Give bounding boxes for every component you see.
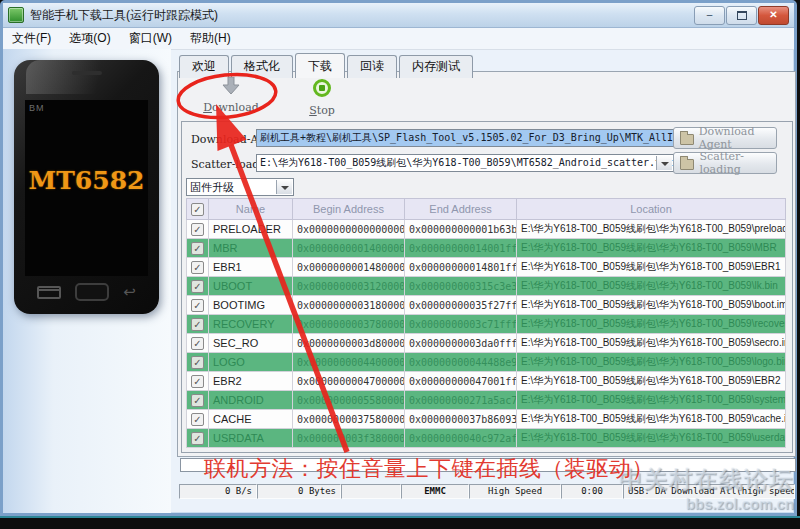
table-row[interactable]: ✓LOGO0x00000000044000000x00000000044488e… bbox=[187, 353, 786, 372]
app-window: 智能手机下载工具(运行时跟踪模式) – ✕ 文件(F) 选项(O) 窗口(W) … bbox=[0, 0, 797, 516]
row-checkbox[interactable]: ✓ bbox=[191, 413, 204, 426]
row-checkbox[interactable]: ✓ bbox=[191, 280, 204, 293]
col-name[interactable]: Name bbox=[209, 199, 293, 220]
end-address: 0x000000000315c3e3 bbox=[405, 277, 517, 296]
col-end-address[interactable]: End Address bbox=[405, 199, 517, 220]
row-checkbox[interactable]: ✓ bbox=[191, 356, 204, 369]
row-checkbox-cell: ✓ bbox=[187, 429, 209, 448]
partition-name: USRDATA bbox=[209, 429, 293, 448]
table-row[interactable]: ✓CACHE0x00000000375800000x0000000037b860… bbox=[187, 410, 786, 429]
download-agent-browse-button[interactable]: Download Agent bbox=[673, 127, 777, 149]
download-button-label: Download bbox=[200, 101, 262, 114]
tab-format[interactable]: 格式化 bbox=[231, 55, 293, 78]
row-checkbox-cell: ✓ bbox=[187, 239, 209, 258]
row-checkbox[interactable]: ✓ bbox=[191, 375, 204, 388]
begin-address: 0x0000000001400000 bbox=[293, 239, 405, 258]
partition-location: E:\华为Y618-T00_B059线刷包\华为Y618-T00_B059\sy… bbox=[517, 391, 786, 410]
table-row[interactable]: ✓ANDROID0x00000000055800000x00000000271a… bbox=[187, 391, 786, 410]
phone-back-icon: ↩ bbox=[123, 285, 136, 299]
table-row[interactable]: ✓RECOVERY0x00000000037800000x0000000003c… bbox=[187, 315, 786, 334]
title-bar[interactable]: 智能手机下载工具(运行时跟踪模式) – ✕ bbox=[3, 3, 794, 28]
table-row[interactable]: ✓USRDATA0x000000003f3800000x0000000040c9… bbox=[187, 429, 786, 448]
minimize-icon: – bbox=[707, 9, 713, 20]
tab-memory-test[interactable]: 内存测试 bbox=[399, 55, 473, 78]
tab-download[interactable]: 下载 bbox=[295, 53, 345, 78]
row-checkbox[interactable]: ✓ bbox=[191, 261, 204, 274]
col-location[interactable]: Location bbox=[517, 199, 786, 220]
table-row[interactable]: ✓BOOTIMG0x00000000031800000x00000000035f… bbox=[187, 296, 786, 315]
menu-options[interactable]: 选项(O) bbox=[60, 28, 119, 49]
minimize-button[interactable]: – bbox=[694, 6, 725, 25]
partition-location: E:\华为Y618-T00_B059线刷包\华为Y618-T00_B059\lo… bbox=[517, 353, 786, 372]
status-bar: 0 B/s 0 Bytes EMMC High Speed 0:00 USB: … bbox=[179, 484, 795, 499]
end-address: 0x0000000003da0fff bbox=[405, 334, 517, 353]
begin-address: 0x0000000000000000 bbox=[293, 220, 405, 239]
begin-address: 0x0000000003d80000 bbox=[293, 334, 405, 353]
row-checkbox[interactable]: ✓ bbox=[191, 337, 204, 350]
scatter-file-field[interactable]: E:\华为Y618-T00_B059线刷包\华为Y618-T00_B059\MT… bbox=[256, 154, 674, 172]
partition-name: SEC_RO bbox=[209, 334, 293, 353]
phone-speaker bbox=[72, 71, 102, 75]
table-row[interactable]: ✓SEC_RO0x0000000003d800000x0000000003da0… bbox=[187, 334, 786, 353]
annotation-text: 联机方法：按住音量上下键在插线（装驱动） bbox=[204, 454, 654, 484]
table-row[interactable]: ✓PRELOADER0x00000000000000000x0000000000… bbox=[187, 220, 786, 239]
end-address: 0x0000000003c71fff bbox=[405, 315, 517, 334]
partition-name: LOGO bbox=[209, 353, 293, 372]
partition-location: E:\华为Y618-T00_B059线刷包\华为Y618-T00_B059\se… bbox=[517, 334, 786, 353]
end-address: 0x00000000035f27ff bbox=[405, 296, 517, 315]
row-checkbox-cell: ✓ bbox=[187, 353, 209, 372]
partition-name: UBOOT bbox=[209, 277, 293, 296]
row-checkbox-cell: ✓ bbox=[187, 391, 209, 410]
partition-name: ANDROID bbox=[209, 391, 293, 410]
status-storage-type: EMMC bbox=[401, 484, 469, 499]
row-checkbox[interactable]: ✓ bbox=[191, 242, 204, 255]
row-checkbox[interactable]: ✓ bbox=[191, 318, 204, 331]
row-checkbox[interactable]: ✓ bbox=[191, 299, 204, 312]
partition-location: E:\华为Y618-T00_B059线刷包\华为Y618-T00_B059\bo… bbox=[517, 296, 786, 315]
begin-address: 0x0000000004400000 bbox=[293, 353, 405, 372]
status-bytes: 0 Bytes bbox=[257, 484, 341, 499]
download-button[interactable]: Download bbox=[200, 77, 262, 117]
tab-readback[interactable]: 回读 bbox=[347, 55, 397, 78]
row-checkbox-cell: ✓ bbox=[187, 372, 209, 391]
status-elapsed-time: 0:00 bbox=[561, 484, 623, 499]
menu-bar: 文件(F) 选项(O) 窗口(W) 帮助(H) bbox=[3, 28, 794, 50]
scatter-browse-label: Scatter-loading bbox=[699, 150, 776, 176]
tab-welcome[interactable]: 欢迎 bbox=[179, 55, 229, 78]
table-row[interactable]: ✓MBR0x00000000014000000x00000000014001ff… bbox=[187, 239, 786, 258]
phone-menu-icon bbox=[37, 286, 61, 299]
table-row[interactable]: ✓EBR10x00000000014800000x00000000014801f… bbox=[187, 258, 786, 277]
row-checkbox-cell: ✓ bbox=[187, 220, 209, 239]
download-agent-browse-label: Download Agent bbox=[699, 125, 776, 151]
row-checkbox[interactable]: ✓ bbox=[191, 223, 204, 236]
select-all-checkbox[interactable]: ✓ bbox=[191, 203, 204, 216]
col-begin-address[interactable]: Begin Address bbox=[293, 199, 405, 220]
scatter-browse-button[interactable]: Scatter-loading bbox=[673, 152, 777, 174]
begin-address: 0x0000000001480000 bbox=[293, 258, 405, 277]
maximize-button[interactable] bbox=[726, 6, 757, 25]
screenshot-stage: 智能手机下载工具(运行时跟踪模式) – ✕ 文件(F) 选项(O) 窗口(W) … bbox=[0, 0, 800, 529]
table-row[interactable]: ✓EBR20x00000000047000000x00000000047001f… bbox=[187, 372, 786, 391]
partition-location: E:\华为Y618-T00_B059线刷包\华为Y618-T00_B059\pr… bbox=[517, 220, 786, 239]
end-address: 0x000000000001b63b bbox=[405, 220, 517, 239]
partition-table-body: ✓PRELOADER0x00000000000000000x0000000000… bbox=[187, 220, 786, 448]
menu-window[interactable]: 窗口(W) bbox=[120, 28, 181, 49]
close-button[interactable]: ✕ bbox=[758, 6, 789, 25]
status-speed: 0 B/s bbox=[179, 484, 257, 499]
menu-file[interactable]: 文件(F) bbox=[3, 28, 60, 49]
end-address: 0x00000000014001ff bbox=[405, 239, 517, 258]
end-address: 0x00000000044488e9 bbox=[405, 353, 517, 372]
partition-name: EBR2 bbox=[209, 372, 293, 391]
download-agent-field[interactable]: 刷机工具+教程\刷机工具\SP_Flash_Tool_v5.1505.02_Fo… bbox=[256, 129, 674, 147]
row-checkbox-cell: ✓ bbox=[187, 334, 209, 353]
table-row[interactable]: ✓UBOOT0x00000000031200000x000000000315c3… bbox=[187, 277, 786, 296]
mode-dropdown-icon[interactable] bbox=[276, 180, 292, 194]
partition-location: E:\华为Y618-T00_B059线刷包\华为Y618-T00_B059\EB… bbox=[517, 258, 786, 277]
stop-button[interactable]: Stop bbox=[291, 77, 353, 117]
scatter-dropdown-icon[interactable] bbox=[656, 156, 672, 170]
menu-help[interactable]: 帮助(H) bbox=[181, 28, 240, 49]
row-checkbox[interactable]: ✓ bbox=[191, 432, 204, 445]
download-mode-select[interactable]: 固件升级 bbox=[186, 178, 294, 196]
row-checkbox[interactable]: ✓ bbox=[191, 394, 204, 407]
begin-address: 0x0000000005580000 bbox=[293, 391, 405, 410]
